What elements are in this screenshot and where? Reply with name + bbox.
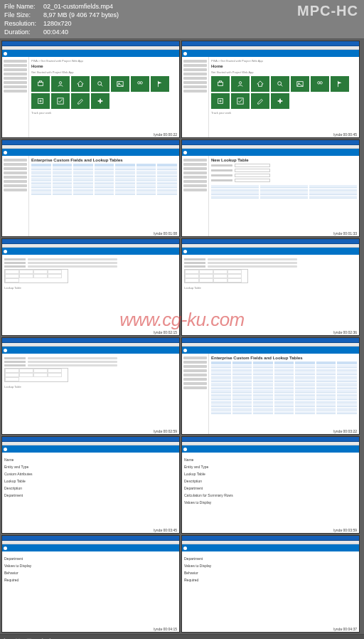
svg-point-18 — [239, 82, 241, 84]
timestamp-badge: lynda 00:01:08 — [153, 231, 178, 236]
svg-point-2 — [59, 82, 61, 84]
timestamp-badge: lynda 00:04:15 — [153, 627, 178, 631]
timestamp-badge: lynda 00:00:22 — [153, 132, 178, 137]
home-tile[interactable] — [231, 93, 250, 109]
home-tile[interactable] — [331, 76, 349, 92]
svg-rect-1 — [39, 81, 41, 83]
player-controls: 00:00:00 / 00:04:40 — [0, 634, 364, 639]
svg-point-24 — [320, 82, 322, 84]
svg-rect-17 — [219, 81, 221, 83]
svg-rect-16 — [218, 83, 223, 86]
home-tile[interactable] — [271, 93, 289, 109]
home-tile[interactable] — [91, 76, 109, 92]
timestamp-badge: lynda 00:01:33 — [333, 231, 358, 236]
timestamp-badge: lynda 00:04:37 — [333, 627, 358, 631]
filesize-label: File Size: — [4, 11, 43, 19]
thumbnail[interactable]: Lookup Tablelynda 00:02:36 — [181, 238, 360, 336]
thumbnail[interactable]: NameEntity and TypeLookup TableDescripti… — [181, 436, 360, 534]
resolution-value: 1280x720 — [43, 19, 72, 28]
timestamp-badge: lynda 00:03:22 — [333, 429, 358, 433]
home-tile[interactable] — [71, 93, 90, 109]
home-tile[interactable] — [71, 76, 90, 92]
thumbnail[interactable]: Lookup Tablelynda 00:02:59 — [1, 337, 180, 435]
timestamp-badge: lynda 00:03:45 — [153, 528, 178, 532]
svg-point-7 — [138, 82, 140, 84]
thumbnail[interactable]: PWA > Get Started with Project Web AppHo… — [181, 41, 360, 138]
home-tile[interactable] — [211, 76, 230, 92]
home-tile[interactable] — [111, 76, 129, 92]
filename-value: 02_01-customfields.mp4 — [43, 2, 113, 11]
resolution-label: Resolution: — [4, 19, 43, 28]
home-tile[interactable] — [251, 76, 269, 92]
home-tile[interactable] — [51, 76, 70, 92]
timestamp-badge: lynda 00:02:15 — [153, 330, 178, 334]
timestamp-badge: lynda 00:03:59 — [333, 528, 358, 532]
thumbnail[interactable]: New Lookup Tablelynda 00:01:33 — [181, 139, 360, 237]
svg-line-20 — [281, 85, 283, 87]
home-tile[interactable] — [131, 76, 149, 92]
thumbnail[interactable]: DepartmentValues to DisplayBehaviorRequi… — [181, 535, 360, 633]
home-tile[interactable] — [251, 93, 269, 109]
svg-point-8 — [140, 82, 142, 84]
thumbnail[interactable]: Enterprise Custom Fields and Lookup Tabl… — [1, 139, 180, 237]
timestamp-badge: lynda 00:00:45 — [333, 132, 358, 137]
home-tile[interactable] — [291, 76, 309, 92]
filesize-value: 8,97 MB (9 406 747 bytes) — [43, 11, 119, 19]
timestamp-badge: lynda 00:02:36 — [333, 330, 358, 334]
timestamp-badge: lynda 00:02:59 — [153, 429, 178, 433]
filename-label: File Name: — [4, 2, 43, 11]
home-tile[interactable] — [211, 93, 230, 109]
home-tile[interactable] — [31, 93, 50, 109]
svg-point-23 — [318, 82, 320, 84]
home-tile[interactable] — [31, 76, 50, 92]
home-tile[interactable] — [271, 76, 289, 92]
home-tile[interactable] — [51, 93, 70, 109]
player-name: MPC-HC — [297, 3, 358, 19]
thumbnail[interactable]: Enterprise Custom Fields and Lookup Tabl… — [181, 337, 360, 435]
home-tile[interactable] — [151, 76, 169, 92]
duration-label: Duration: — [4, 28, 43, 36]
home-tile[interactable] — [231, 76, 250, 92]
duration-value: 00:04:40 — [43, 28, 68, 36]
home-tile[interactable] — [311, 76, 329, 92]
thumbnail[interactable]: PWA > Get Started with Project Web AppHo… — [1, 41, 180, 138]
home-tile[interactable] — [91, 93, 109, 109]
thumbnail-grid: PWA > Get Started with Project Web AppHo… — [0, 39, 364, 634]
thumbnail[interactable]: NameEntity and TypeCustom AttributesLook… — [1, 436, 180, 534]
svg-line-4 — [101, 85, 103, 87]
thumbnail[interactable]: Lookup Tablelynda 00:02:15 — [1, 238, 180, 336]
svg-rect-0 — [38, 83, 43, 86]
thumbnail[interactable]: DepartmentValues to DisplayBehaviorRequi… — [1, 535, 180, 633]
